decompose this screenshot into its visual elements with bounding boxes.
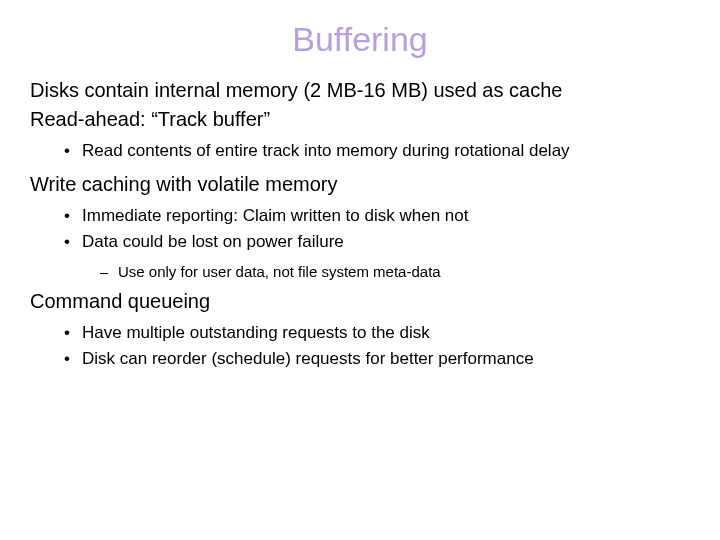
list-item: Have multiple outstanding requests to th… [30, 321, 690, 345]
cmdqueue-heading: Command queueing [30, 288, 690, 315]
list-item: Data could be lost on power failure [30, 230, 690, 254]
list-item: Read contents of entire track into memor… [30, 139, 690, 163]
readahead-list: Read contents of entire track into memor… [30, 139, 690, 163]
list-item: Use only for user data, not file system … [30, 261, 690, 282]
writecache-list: Immediate reporting: Claim written to di… [30, 204, 690, 254]
list-item: Disk can reorder (schedule) requests for… [30, 347, 690, 371]
intro-line-1: Disks contain internal memory (2 MB-16 M… [30, 77, 690, 104]
intro-line-2: Read-ahead: “Track buffer” [30, 106, 690, 133]
page-title: Buffering [30, 20, 690, 59]
cmdqueue-list: Have multiple outstanding requests to th… [30, 321, 690, 371]
list-item: Immediate reporting: Claim written to di… [30, 204, 690, 228]
writecache-sublist: Use only for user data, not file system … [30, 261, 690, 282]
writecache-heading: Write caching with volatile memory [30, 171, 690, 198]
